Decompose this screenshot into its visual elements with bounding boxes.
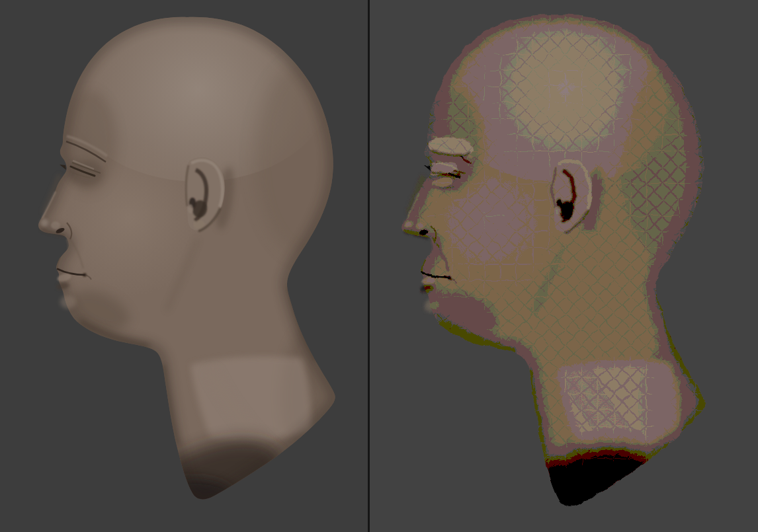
viewport-left-smooth[interactable] [0, 0, 368, 532]
viewport-comparison-stage [0, 0, 758, 532]
viewport-right-faceted[interactable] [370, 0, 758, 532]
